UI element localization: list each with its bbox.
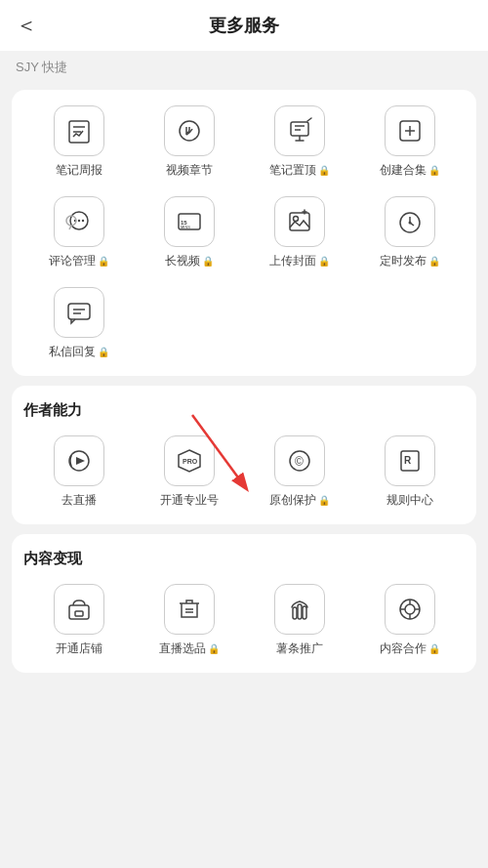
label-schedule: 定时发布 🔒 bbox=[380, 253, 440, 269]
creator-card: 笔记周报 视频章节 bbox=[12, 90, 476, 376]
icon-box-promote bbox=[274, 584, 325, 635]
back-button[interactable]: ＜ bbox=[16, 11, 37, 40]
icon-box-message bbox=[54, 287, 104, 338]
icon-box-schedule bbox=[385, 196, 435, 247]
svg-text:MINS: MINS bbox=[181, 225, 190, 229]
item-copyright[interactable]: © 原创保护 🔒 bbox=[244, 435, 354, 509]
pro-icon: PRO bbox=[176, 447, 203, 475]
icon-box-upload-cover bbox=[274, 196, 325, 247]
icon-box-collab bbox=[385, 584, 435, 635]
item-promote[interactable]: 薯条推广 bbox=[244, 584, 354, 657]
creator-grid-row2: 评论管理 🔒 15 MINS 长视频 🔒 bbox=[23, 196, 465, 269]
svg-point-22 bbox=[408, 222, 411, 225]
icon-box-shop bbox=[54, 584, 104, 635]
monetize-section-title: 内容变现 bbox=[23, 550, 465, 568]
svg-rect-42 bbox=[303, 606, 306, 619]
svg-text:PRO: PRO bbox=[183, 458, 198, 465]
item-comment[interactable]: 评论管理 🔒 bbox=[23, 196, 134, 269]
svg-point-13 bbox=[77, 220, 79, 222]
icon-box-live-product bbox=[164, 584, 215, 635]
lock-collection: 🔒 bbox=[428, 165, 440, 176]
schedule-icon bbox=[396, 208, 424, 235]
label-live-product: 直播选品 🔒 bbox=[159, 641, 220, 657]
item-collab[interactable]: 内容合作 🔒 bbox=[354, 584, 465, 657]
collab-icon bbox=[396, 596, 424, 623]
item-message[interactable]: 私信回复 🔒 bbox=[23, 287, 134, 360]
author-card: 作者能力 去直播 PRO 开通专业 bbox=[12, 386, 476, 524]
svg-text:R: R bbox=[404, 455, 412, 466]
monetize-grid: 开通店铺 直播选品 🔒 bbox=[23, 584, 465, 657]
svg-point-14 bbox=[81, 220, 83, 222]
item-live[interactable]: 去直播 bbox=[23, 435, 134, 509]
author-grid: 去直播 PRO 开通专业号 © 原创保护 bbox=[23, 435, 465, 509]
item-pin[interactable]: 笔记置顶 🔒 bbox=[244, 105, 354, 179]
icon-box-copyright: © bbox=[274, 435, 325, 486]
item-upload-cover[interactable]: 上传封面 🔒 bbox=[244, 196, 354, 269]
item-shop[interactable]: 开通店铺 bbox=[23, 584, 134, 657]
creator-grid-row3: 私信回复 🔒 bbox=[23, 287, 465, 360]
label-shop: 开通店铺 bbox=[56, 641, 102, 657]
icon-box-live bbox=[54, 435, 104, 486]
promote-icon bbox=[286, 596, 313, 623]
item-schedule[interactable]: 定时发布 🔒 bbox=[354, 196, 465, 269]
label-message: 私信回复 🔒 bbox=[49, 344, 109, 360]
weekly-icon bbox=[65, 117, 93, 145]
label-weekly: 笔记周报 bbox=[56, 162, 102, 179]
upload-cover-icon bbox=[286, 208, 313, 235]
svg-rect-23 bbox=[68, 304, 90, 319]
svg-rect-19 bbox=[290, 213, 309, 230]
copyright-icon: © bbox=[286, 447, 313, 475]
icon-box-comment bbox=[54, 196, 104, 247]
svg-rect-4 bbox=[291, 122, 308, 136]
item-long-video[interactable]: 15 MINS 长视频 🔒 bbox=[134, 196, 244, 269]
label-rules: 规则中心 bbox=[386, 492, 433, 509]
live-icon bbox=[65, 447, 93, 475]
label-collection: 创建合集 🔒 bbox=[380, 162, 440, 179]
svg-rect-36 bbox=[69, 605, 89, 619]
label-live: 去直播 bbox=[61, 492, 97, 509]
scroll-hint: SJY 快捷 bbox=[0, 51, 488, 80]
message-icon bbox=[65, 299, 93, 326]
author-section-title: 作者能力 bbox=[23, 401, 465, 420]
live-product-icon bbox=[176, 596, 203, 623]
rules-icon: R bbox=[396, 447, 424, 475]
item-weekly[interactable]: 笔记周报 bbox=[23, 105, 134, 179]
label-video-chapter: 视频章节 bbox=[166, 162, 213, 179]
icon-box-video-chapter bbox=[164, 105, 215, 156]
svg-point-20 bbox=[293, 217, 298, 222]
svg-point-44 bbox=[405, 604, 415, 614]
icon-box-pro: PRO bbox=[164, 435, 215, 486]
item-live-product[interactable]: 直播选品 🔒 bbox=[134, 584, 244, 657]
label-pro: 开通专业号 bbox=[160, 492, 219, 509]
label-copyright: 原创保护 🔒 bbox=[269, 492, 330, 509]
svg-text:©: © bbox=[295, 455, 304, 469]
svg-rect-40 bbox=[293, 607, 297, 619]
item-video-chapter[interactable]: 视频章节 bbox=[134, 105, 244, 179]
svg-rect-41 bbox=[298, 604, 302, 619]
svg-rect-37 bbox=[75, 611, 83, 616]
icon-box-long-video: 15 MINS bbox=[164, 196, 215, 247]
label-promote: 薯条推广 bbox=[276, 641, 323, 657]
icon-box-pin bbox=[274, 105, 325, 156]
page-title: 更多服务 bbox=[209, 14, 279, 37]
icon-box-weekly bbox=[54, 105, 104, 156]
item-rules[interactable]: R 规则中心 bbox=[354, 435, 465, 509]
svg-marker-27 bbox=[76, 457, 85, 465]
header: ＜ 更多服务 bbox=[0, 0, 488, 51]
monetize-card: 内容变现 开通店铺 bbox=[12, 534, 476, 673]
comment-icon bbox=[65, 208, 93, 235]
label-pin: 笔记置顶 🔒 bbox=[269, 162, 330, 179]
label-collab: 内容合作 🔒 bbox=[380, 641, 440, 657]
pin-icon bbox=[286, 117, 313, 145]
label-long-video: 长视频 🔒 bbox=[165, 253, 214, 269]
icon-box-rules: R bbox=[385, 435, 435, 486]
label-upload-cover: 上传封面 🔒 bbox=[269, 253, 330, 269]
creator-grid-row1: 笔记周报 视频章节 bbox=[23, 105, 465, 179]
label-comment: 评论管理 🔒 bbox=[49, 253, 109, 269]
lock-pin: 🔒 bbox=[318, 165, 330, 176]
item-pro[interactable]: PRO 开通专业号 bbox=[134, 435, 244, 509]
video-chapter-icon bbox=[176, 117, 203, 145]
shop-icon bbox=[65, 596, 93, 623]
long-video-icon: 15 MINS bbox=[176, 208, 203, 235]
item-collection[interactable]: 创建合集 🔒 bbox=[354, 105, 465, 179]
